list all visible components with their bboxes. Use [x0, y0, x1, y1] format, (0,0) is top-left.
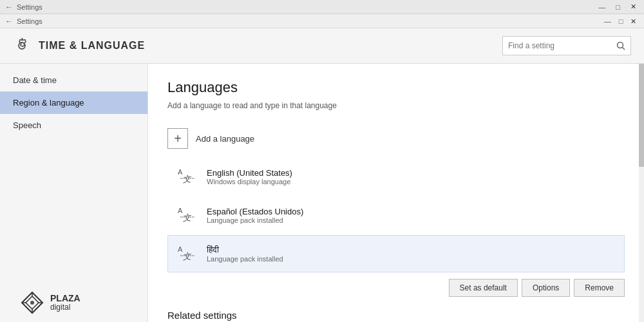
content-area: Languages Add a language to read and typ… — [148, 64, 644, 322]
related-settings: Related settings Additional date, time, … — [167, 310, 625, 322]
search-icon — [616, 41, 625, 50]
sidebar-item-speech[interactable]: Speech — [0, 114, 147, 137]
sidebar-item-speech-label: Speech — [13, 120, 41, 130]
app-title: TIME & LANGUAGE — [39, 40, 145, 52]
add-language-button[interactable]: + — [167, 128, 188, 149]
sidebar-item-date-time[interactable]: Date & time — [0, 69, 147, 91]
language-name-english: English (United States) — [207, 168, 616, 178]
watermark-sub-text: digital — [50, 303, 80, 312]
close-btn-second[interactable]: ✕ — [628, 17, 639, 25]
content-title: Languages — [167, 79, 625, 96]
svg-text:文: 文 — [182, 251, 192, 261]
language-icon-hindi: A 文 — [176, 242, 199, 265]
gear-icon — [13, 37, 31, 55]
title-bar-top: ← Settings — □ ✕ — [0, 0, 644, 14]
maximize-btn-second[interactable]: □ — [616, 17, 626, 25]
svg-text:文: 文 — [182, 213, 192, 223]
minimize-btn-second[interactable]: — — [601, 17, 614, 25]
title-bar-top-title: Settings — [17, 3, 43, 11]
language-icon-spanish: A 文 — [176, 204, 199, 227]
scrollbar-thumb[interactable] — [639, 64, 644, 167]
maximize-btn-top[interactable]: □ — [613, 3, 623, 11]
window-controls-second: — □ ✕ — [601, 16, 639, 26]
language-icon-english: A 文 — [176, 165, 199, 188]
close-btn-top[interactable]: ✕ — [628, 3, 639, 11]
watermark-logo-icon — [19, 290, 45, 316]
app-header: TIME & LANGUAGE — [0, 28, 644, 64]
watermark-text-block: PLAZA digital — [50, 294, 80, 312]
sidebar-item-date-time-label: Date & time — [13, 75, 57, 85]
main-layout: Date & time Region & language Speech Lan… — [0, 64, 644, 322]
search-box[interactable] — [502, 36, 631, 55]
options-button[interactable]: Options — [522, 279, 570, 297]
minimize-btn-top[interactable]: — — [596, 3, 608, 11]
set-as-default-button[interactable]: Set as default — [449, 279, 518, 297]
action-buttons: Set as default Options Remove — [167, 279, 625, 297]
language-info-english: English (United States) Windows display … — [207, 168, 616, 185]
header-left: TIME & LANGUAGE — [13, 37, 145, 55]
language-info-spanish: Español (Estados Unidos) Language pack i… — [207, 207, 616, 224]
language-status-spanish: Language pack installed — [207, 216, 616, 224]
svg-text:文: 文 — [182, 174, 192, 184]
add-language-label: Add a language — [196, 134, 254, 144]
svg-point-10 — [30, 301, 34, 305]
related-settings-title: Related settings — [167, 310, 625, 321]
content-subtitle: Add a language to read and type in that … — [167, 101, 625, 110]
add-language-row[interactable]: + Add a language — [167, 123, 625, 154]
language-status-hindi: Language pack installed — [207, 255, 616, 263]
window-controls-top: — □ ✕ — [596, 3, 639, 11]
search-button[interactable] — [611, 36, 630, 55]
svg-point-0 — [618, 43, 623, 48]
remove-button[interactable]: Remove — [574, 279, 625, 297]
sidebar-item-region-language-label: Region & language — [13, 98, 84, 108]
back-arrow-second[interactable]: ← — [5, 17, 13, 26]
back-arrow-top[interactable]: ← — [5, 3, 13, 12]
svg-line-1 — [623, 48, 625, 50]
sidebar-item-region-language[interactable]: Region & language — [0, 91, 147, 114]
plus-icon: + — [174, 131, 182, 146]
language-item-english[interactable]: A 文 English (United States) Windows disp… — [167, 158, 625, 195]
sidebar: Date & time Region & language Speech — [0, 64, 148, 322]
title-bar-second: ← Settings — □ ✕ — [0, 14, 644, 28]
title-bar-second-title: Settings — [17, 17, 43, 25]
language-info-hindi: हिंदी Language pack installed — [207, 245, 616, 263]
language-item-spanish[interactable]: A 文 Español (Estados Unidos) Language pa… — [167, 196, 625, 234]
watermark-brand-name: PLAZA — [50, 294, 80, 303]
title-bar-top-left: ← Settings — [5, 3, 43, 12]
scrollbar-track[interactable] — [639, 64, 644, 322]
title-bar-second-left: ← Settings — [5, 17, 43, 26]
watermark: PLAZA digital — [19, 290, 80, 316]
language-name-spanish: Español (Estados Unidos) — [207, 207, 616, 216]
language-item-hindi[interactable]: A 文 हिंदी Language pack installed — [167, 235, 625, 272]
search-input[interactable] — [503, 41, 611, 50]
language-status-english: Windows display language — [207, 178, 616, 185]
language-name-hindi: हिंदी — [207, 245, 616, 255]
